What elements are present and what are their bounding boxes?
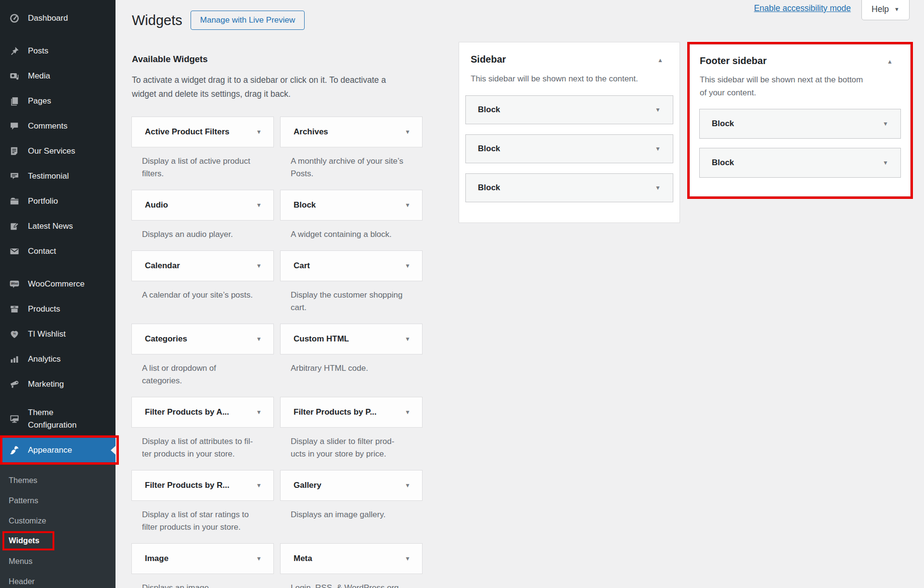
sidebar-item-theme-configuration[interactable]: Theme Configuration xyxy=(0,402,116,436)
block-widget[interactable]: Block ▼ xyxy=(465,173,673,202)
widget-description: Displays an image gallery. xyxy=(291,509,422,521)
widget-card-active-product-filters[interactable]: Active Product Filters ▼ xyxy=(131,117,274,147)
chevron-down-icon[interactable]: ▼ xyxy=(405,482,411,489)
annotation-red-box-widgets: Widgets xyxy=(2,531,54,550)
widget-card-meta[interactable]: Meta ▼ xyxy=(280,543,423,574)
sidebar-item-label: TI Wishlist xyxy=(28,329,65,339)
sidebar-item-widgets[interactable]: Widgets xyxy=(0,531,116,551)
chevron-down-icon[interactable]: ▼ xyxy=(405,262,411,269)
widget-description: Displays an audio player. xyxy=(142,228,273,241)
block-widget-label: Block xyxy=(478,183,500,193)
sidebar-item-our-services[interactable]: Our Services xyxy=(0,139,116,164)
sidebar-item-woocommerce[interactable]: Woo WooCommerce xyxy=(0,272,116,297)
widget-card-filter-products-by-price[interactable]: Filter Products by P... ▼ xyxy=(280,397,423,428)
envelope-icon xyxy=(8,246,21,257)
widget-description: A monthly archive of your site’s Posts. xyxy=(291,155,422,180)
widget-card-filter-products-by-attributes[interactable]: Filter Products by A... ▼ xyxy=(131,397,274,428)
chevron-down-icon[interactable]: ▼ xyxy=(883,120,888,127)
sidebar-item-ti-wishlist[interactable]: TI TI Wishlist xyxy=(0,322,116,347)
sidebar-item-label: Our Services xyxy=(28,146,75,156)
chevron-down-icon[interactable]: ▼ xyxy=(655,184,661,191)
current-menu-notch-icon xyxy=(111,446,116,455)
page-title: Widgets xyxy=(132,13,182,28)
sidebar-item-marketing[interactable]: Marketing xyxy=(0,372,116,397)
sidebar-item-pages[interactable]: Pages xyxy=(0,89,116,114)
widget-card-cart[interactable]: Cart ▼ xyxy=(280,250,423,281)
chevron-down-icon[interactable]: ▼ xyxy=(256,129,262,135)
sidebar-item-dashboard[interactable]: Dashboard xyxy=(0,6,116,31)
block-widget-label: Block xyxy=(478,105,500,115)
sidebar-item-testimonial[interactable]: Testimonial xyxy=(0,164,116,189)
menu-separator xyxy=(0,397,116,402)
sidebar-item-posts[interactable]: Posts xyxy=(0,39,116,64)
widget-title: Active Product Filters xyxy=(145,127,230,137)
enable-accessibility-link[interactable]: Enable accessibility mode xyxy=(754,3,851,13)
pushpin-icon xyxy=(8,46,21,56)
sidebar-item-header[interactable]: Header xyxy=(0,571,116,588)
chevron-down-icon[interactable]: ▼ xyxy=(883,159,888,166)
collapse-arrow-icon[interactable]: ▲ xyxy=(887,59,893,65)
widget-card-image[interactable]: Image ▼ xyxy=(131,543,274,574)
widget-description: A widget containing a block. xyxy=(291,228,422,241)
widget-card-archives[interactable]: Archives ▼ xyxy=(280,117,423,147)
sidebar-item-products[interactable]: Products xyxy=(0,297,116,322)
manage-live-preview-button[interactable]: Manage with Live Preview xyxy=(191,11,305,30)
widget-cell: Active Product Filters ▼ Display a list … xyxy=(131,117,274,190)
menu-separator xyxy=(0,264,116,272)
chevron-down-icon[interactable]: ▼ xyxy=(405,129,411,135)
chevron-down-icon[interactable]: ▼ xyxy=(655,106,661,113)
collapse-arrow-icon[interactable]: ▲ xyxy=(657,57,663,63)
widget-card-filter-products-by-rating[interactable]: Filter Products by R... ▼ xyxy=(131,470,274,501)
widget-description: A list or dropdown of categories. xyxy=(142,362,273,387)
sidebar-item-patterns[interactable]: Patterns xyxy=(0,490,116,510)
sidebar-item-appearance[interactable]: Appearance xyxy=(0,436,116,464)
block-widget[interactable]: Block ▼ xyxy=(699,109,901,139)
sidebar-item-latest-news[interactable]: Latest News xyxy=(0,214,116,239)
chevron-down-icon[interactable]: ▼ xyxy=(405,409,411,416)
chevron-down-icon[interactable]: ▼ xyxy=(655,145,661,152)
chevron-down-icon: ▼ xyxy=(894,7,899,12)
widget-card-gallery[interactable]: Gallery ▼ xyxy=(280,470,423,501)
sidebar-item-label: Appearance xyxy=(28,445,72,455)
available-widgets-grid: Active Product Filters ▼ Display a list … xyxy=(131,117,423,588)
chevron-down-icon[interactable]: ▼ xyxy=(405,202,411,209)
widget-card-calendar[interactable]: Calendar ▼ xyxy=(131,250,274,281)
sidebar-item-portfolio[interactable]: Portfolio xyxy=(0,189,116,214)
sidebar-item-media[interactable]: Media xyxy=(0,64,116,89)
chevron-down-icon[interactable]: ▼ xyxy=(256,482,262,489)
block-widget[interactable]: Block ▼ xyxy=(465,95,673,124)
panel-description: This sidebar will be shown next to the c… xyxy=(459,65,680,85)
chevron-down-icon[interactable]: ▼ xyxy=(405,555,411,562)
sidebar-item-analytics[interactable]: Analytics xyxy=(0,347,116,372)
chevron-down-icon[interactable]: ▼ xyxy=(256,262,262,269)
admin-sidebar: Dashboard Posts Media Pages Comments Our… xyxy=(0,0,116,588)
widget-card-block[interactable]: Block ▼ xyxy=(280,190,423,221)
block-widget[interactable]: Block ▼ xyxy=(699,148,901,178)
block-widget-label: Block xyxy=(478,144,500,154)
dashboard-icon xyxy=(8,13,21,24)
widget-title: Audio xyxy=(145,200,168,210)
chevron-down-icon[interactable]: ▼ xyxy=(256,409,262,416)
sidebar-item-themes[interactable]: Themes xyxy=(0,470,116,490)
sidebar-item-customize[interactable]: Customize xyxy=(0,510,116,531)
sidebar-item-label: Analytics xyxy=(28,354,61,364)
widget-title: Cart xyxy=(294,261,310,271)
widget-description: Display a list of attributes to fil- ter… xyxy=(142,435,273,460)
widget-card-custom-html[interactable]: Custom HTML ▼ xyxy=(280,324,423,354)
sidebar-item-contact[interactable]: Contact xyxy=(0,239,116,264)
block-widget[interactable]: Block ▼ xyxy=(465,134,673,163)
chevron-down-icon[interactable]: ▼ xyxy=(256,202,262,209)
sidebar-item-comments[interactable]: Comments xyxy=(0,114,116,139)
widget-title: Filter Products by P... xyxy=(294,407,377,417)
appearance-submenu: Themes Patterns Customize Widgets Menus … xyxy=(0,464,116,588)
chevron-down-icon[interactable]: ▼ xyxy=(256,555,262,562)
help-button[interactable]: Help ▼ xyxy=(861,0,910,20)
sidebar-item-menus[interactable]: Menus xyxy=(0,551,116,571)
widget-card-audio[interactable]: Audio ▼ xyxy=(131,190,274,221)
sidebar-item-label: Latest News xyxy=(28,222,73,231)
widget-card-categories[interactable]: Categories ▼ xyxy=(131,324,274,354)
camera-icon xyxy=(8,71,21,81)
chevron-down-icon[interactable]: ▼ xyxy=(256,336,262,342)
chevron-down-icon[interactable]: ▼ xyxy=(405,336,411,342)
widget-description: Displays an image. xyxy=(142,582,273,588)
